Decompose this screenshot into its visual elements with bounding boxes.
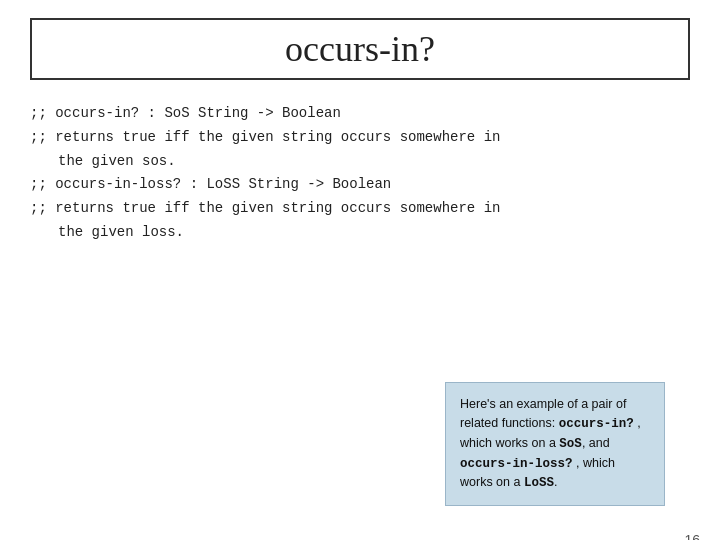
- slide-number: 16: [684, 532, 700, 540]
- code-line-1: ;; occurs-in? : SoS String -> Boolean: [30, 102, 690, 126]
- slide-container: occurs-in? ;; occurs-in? : SoS String ->…: [0, 18, 720, 540]
- tooltip-box: Here's an example of a pair of related f…: [445, 382, 665, 506]
- code-line-3: ;; occurs-in-loss? : LoSS String -> Bool…: [30, 173, 690, 197]
- slide-title: occurs-in?: [285, 29, 435, 69]
- tooltip-code-4: LoSS: [524, 476, 554, 490]
- code-line-2b: the given sos.: [30, 150, 690, 174]
- code-line-2: ;; returns true iff the given string occ…: [30, 126, 690, 150]
- tooltip-code-3: occurs-in-loss?: [460, 457, 573, 471]
- code-line-4: ;; returns true iff the given string occ…: [30, 197, 690, 221]
- code-line-4b: the given loss.: [30, 221, 690, 245]
- title-box: occurs-in?: [30, 18, 690, 80]
- tooltip-code-2: SoS: [559, 437, 582, 451]
- tooltip-code-1: occurs-in?: [559, 417, 634, 431]
- tooltip-text: Here's an example of a pair of related f…: [460, 397, 641, 489]
- content-area: ;; occurs-in? : SoS String -> Boolean ;;…: [30, 102, 690, 245]
